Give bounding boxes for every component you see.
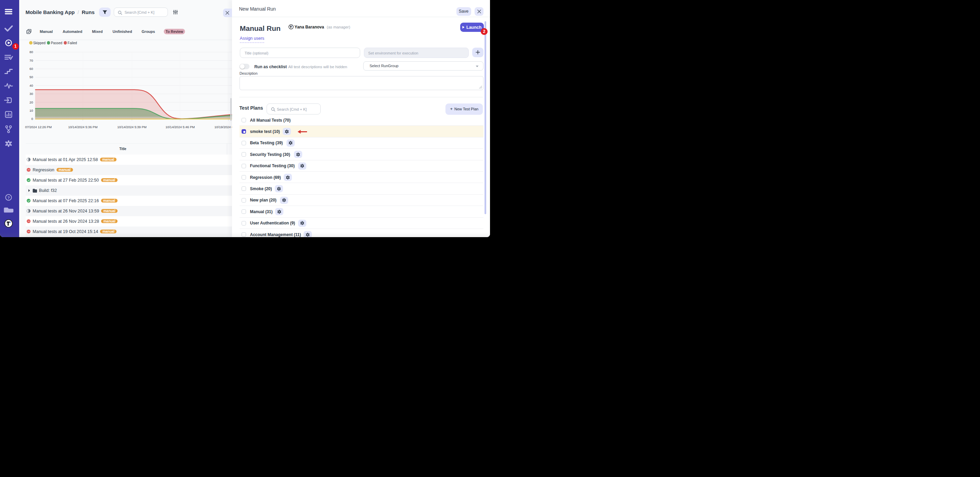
svg-text:30: 30 [29, 92, 33, 95]
svg-text:10/19/2024 6:13 PM: 10/19/2024 6:13 PM [215, 125, 232, 129]
svg-text:10/14/2024 5:36 PM: 10/14/2024 5:36 PM [68, 125, 98, 129]
svg-text:40: 40 [29, 84, 33, 87]
svg-text:07/2024 12:26 PM: 07/2024 12:26 PM [25, 125, 52, 129]
svg-text:20: 20 [29, 100, 33, 104]
svg-text:60: 60 [29, 67, 33, 71]
svg-text:10/14/2024 5:46 PM: 10/14/2024 5:46 PM [165, 125, 195, 129]
svg-text:?: ? [8, 196, 10, 200]
svg-text:0: 0 [31, 117, 33, 121]
svg-text:50: 50 [29, 75, 33, 79]
svg-text:70: 70 [29, 59, 33, 62]
svg-text:10: 10 [29, 109, 33, 112]
svg-text:10/14/2024 5:39 PM: 10/14/2024 5:39 PM [117, 125, 146, 129]
svg-text:80: 80 [29, 50, 33, 54]
